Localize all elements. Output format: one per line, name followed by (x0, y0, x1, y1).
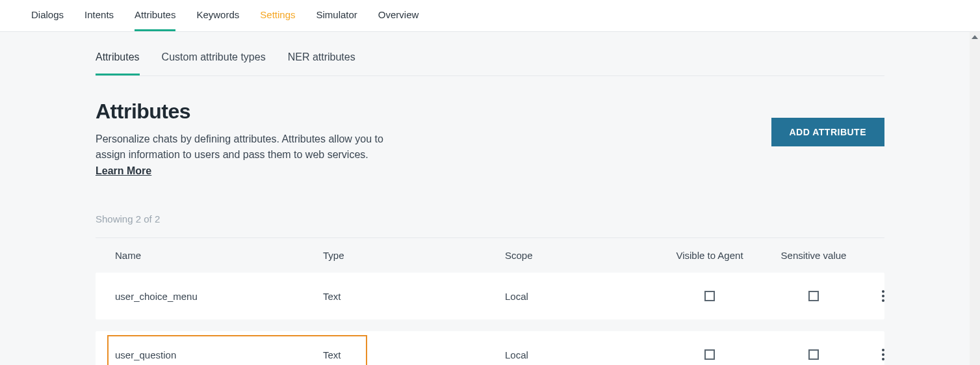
table-row[interactable]: user_choice_menu Text Local (96, 273, 884, 319)
visible-checkbox[interactable] (704, 291, 715, 301)
cell-name: user_question (115, 349, 323, 360)
showing-count: Showing 2 of 2 (96, 213, 884, 238)
cell-actions (862, 347, 904, 362)
col-name: Name (115, 250, 323, 261)
cell-visible (654, 291, 765, 301)
page-header: Attributes Personalize chats by defining… (96, 100, 884, 177)
top-nav: Dialogs Intents Attributes Keywords Sett… (0, 0, 980, 32)
nav-settings[interactable]: Settings (260, 0, 295, 31)
table-header: Name Type Scope Visible to Agent Sensiti… (96, 238, 884, 273)
cell-scope: Local (505, 291, 654, 302)
col-scope: Scope (505, 250, 654, 261)
cell-sensitive (765, 349, 862, 360)
table-body: user_choice_menu Text Local (96, 273, 884, 365)
nav-simulator[interactable]: Simulator (316, 0, 357, 31)
cell-sensitive (765, 291, 862, 301)
page-title: Attributes (96, 100, 394, 124)
sub-tab-ner[interactable]: NER attributes (288, 51, 355, 75)
col-sensitive: Sensitive value (765, 250, 862, 261)
visible-checkbox[interactable] (704, 349, 715, 360)
cell-name: user_choice_menu (115, 291, 323, 302)
add-attribute-button[interactable]: ADD ATTRIBUTE (771, 118, 885, 146)
sub-tab-attributes[interactable]: Attributes (96, 51, 140, 75)
sensitive-checkbox[interactable] (808, 291, 819, 301)
sensitive-checkbox[interactable] (808, 349, 819, 360)
content-area: Attributes Custom attribute types NER at… (0, 32, 980, 365)
cell-type: Text (323, 291, 505, 302)
nav-overview[interactable]: Overview (378, 0, 419, 31)
learn-more-link[interactable]: Learn More (96, 165, 151, 177)
cell-type: Text (323, 349, 505, 360)
nav-intents[interactable]: Intents (84, 0, 114, 31)
scrollbar-up-arrow-icon[interactable] (970, 32, 980, 42)
nav-dialogs[interactable]: Dialogs (31, 0, 64, 31)
nav-keywords[interactable]: Keywords (196, 0, 239, 31)
page-description: Personalize chats by defining attributes… (96, 131, 394, 163)
col-visible: Visible to Agent (654, 250, 765, 261)
table-row[interactable]: user_question Text Local (96, 331, 884, 365)
sub-tabs: Attributes Custom attribute types NER at… (96, 32, 884, 76)
cell-scope: Local (505, 349, 654, 360)
scrollbar[interactable] (970, 32, 980, 365)
attributes-table: Name Type Scope Visible to Agent Sensiti… (96, 238, 884, 365)
cell-visible (654, 349, 765, 360)
col-type: Type (323, 250, 505, 261)
cell-actions (862, 288, 904, 304)
nav-attributes[interactable]: Attributes (135, 0, 175, 31)
sub-tab-custom-types[interactable]: Custom attribute types (162, 51, 266, 75)
more-actions-icon[interactable] (875, 288, 891, 304)
more-actions-icon[interactable] (875, 347, 891, 362)
